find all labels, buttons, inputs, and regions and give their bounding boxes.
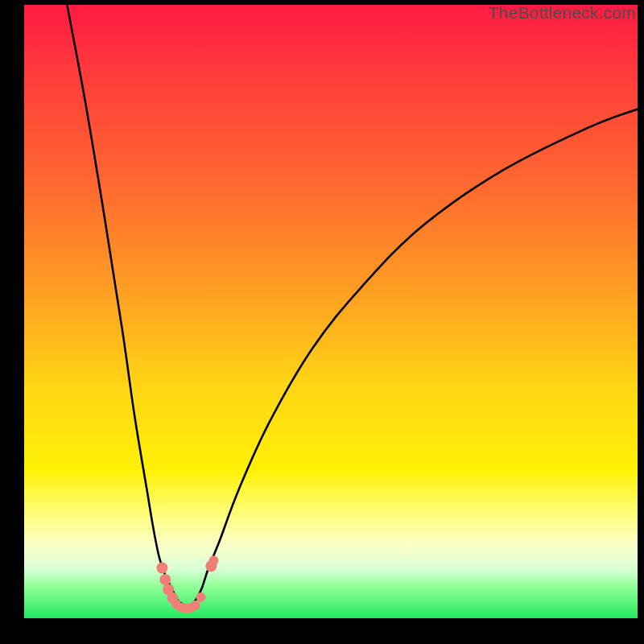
- marker-dot: [208, 555, 218, 565]
- chart-frame: TheBottleneck.com: [0, 0, 644, 644]
- right-curve-path: [187, 109, 638, 609]
- chart-svg: [24, 5, 638, 618]
- marker-group: [156, 555, 218, 613]
- marker-dot: [196, 592, 205, 602]
- marker-dot: [191, 601, 200, 610]
- marker-dot: [156, 563, 167, 574]
- plot-area: [24, 5, 638, 618]
- watermark-text: TheBottleneck.com: [489, 3, 636, 23]
- left-curve-path: [67, 5, 189, 607]
- marker-dot: [159, 574, 171, 585]
